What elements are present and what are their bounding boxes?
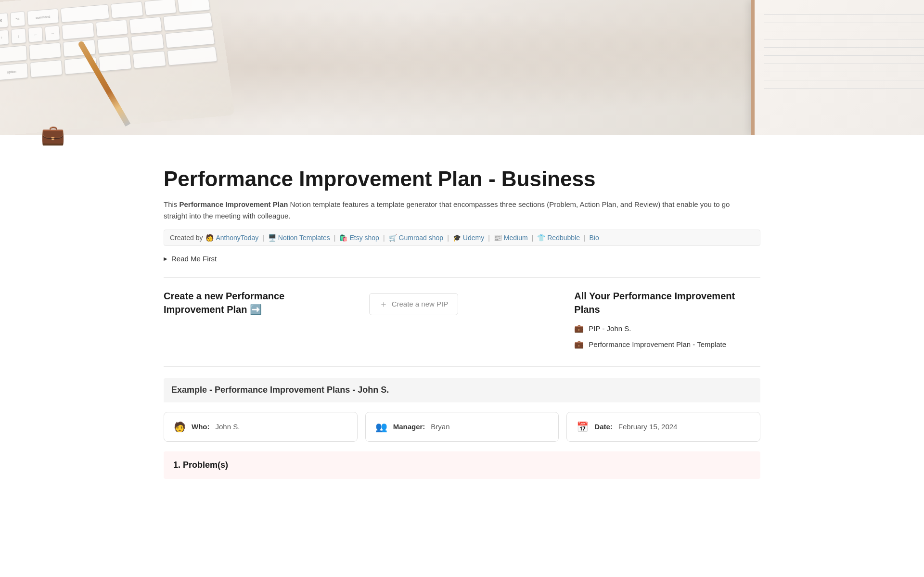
- etsy-icon: 🛍️: [339, 234, 347, 242]
- pip-list-item-2[interactable]: 💼 Performance Improvement Plan - Templat…: [574, 338, 760, 351]
- create-pip-button[interactable]: ＋ Create a new PIP: [369, 293, 459, 315]
- toggle-triangle-icon: ▶: [164, 256, 167, 261]
- pip-list: 💼 PIP - John S. 💼 Performance Improvemen…: [574, 322, 760, 351]
- pip-list-item-1-label: PIP - John S.: [589, 324, 631, 333]
- creator-link[interactable]: AnthonyToday: [216, 234, 258, 242]
- redbubble-icon: 👕: [537, 234, 545, 242]
- read-me-label: Read Me First: [171, 255, 217, 263]
- page-description: This Performance Improvement Plan Notion…: [164, 199, 741, 222]
- divider-1: [164, 277, 760, 278]
- pip-list-item-2-label: Performance Improvement Plan - Template: [589, 340, 726, 348]
- manager-card: 👥 Manager: Bryan: [365, 412, 559, 442]
- keyboard-decoration: ⌘ ⌥ command ↑ ↓ ← → option: [0, 0, 235, 135]
- page-icon: 💼: [38, 120, 67, 149]
- who-label: Who:: [192, 423, 209, 431]
- problem-section: 1. Problem(s): [164, 451, 760, 479]
- create-pip-section: Create a new Performance Improvement Pla…: [164, 289, 350, 322]
- hero-banner: ⌘ ⌥ command ↑ ↓ ← → option: [0, 0, 924, 135]
- notion-templates-link[interactable]: Notion Templates: [278, 234, 330, 242]
- page-title: Performance Improvement Plan - Business: [164, 167, 760, 192]
- pip-icon-1: 💼: [574, 324, 584, 333]
- info-cards: 🧑 Who: John S. 👥 Manager: Bryan 📅 Date: …: [164, 412, 760, 442]
- example-header: Example - Performance Improvement Plans …: [164, 378, 760, 402]
- who-icon: 🧑: [174, 421, 186, 433]
- three-col-section: Create a new Performance Improvement Pla…: [164, 289, 760, 351]
- problem-title: 1. Problem(s): [173, 460, 751, 470]
- pip-icon-2: 💼: [574, 340, 584, 349]
- date-icon: 📅: [577, 421, 589, 433]
- create-pip-button-col: ＋ Create a new PIP: [369, 289, 555, 315]
- udemy-link[interactable]: Udemy: [463, 234, 484, 242]
- creator-bar: Created by 🧑 AnthonyToday | 🖥️ Notion Te…: [164, 230, 760, 246]
- all-pips-heading: All Your Performance Improvement Plans: [574, 289, 760, 316]
- who-value: John S.: [215, 423, 240, 431]
- all-pips-section: All Your Performance Improvement Plans 💼…: [574, 289, 760, 351]
- udemy-icon: 🎓: [453, 234, 461, 242]
- notebook-decoration: [751, 0, 924, 135]
- date-value: February 15, 2024: [618, 423, 678, 431]
- example-section: Example - Performance Improvement Plans …: [164, 378, 760, 479]
- bio-link[interactable]: Bio: [590, 234, 599, 242]
- medium-icon: 📰: [494, 234, 502, 242]
- who-card: 🧑 Who: John S.: [164, 412, 358, 442]
- gumroad-icon: 🛒: [389, 234, 397, 242]
- etsy-link[interactable]: Etsy shop: [349, 234, 379, 242]
- pip-list-item-1[interactable]: 💼 PIP - John S.: [574, 322, 760, 335]
- create-section-heading: Create a new Performance Improvement Pla…: [164, 289, 350, 316]
- date-label: Date:: [594, 423, 613, 431]
- manager-icon: 👥: [375, 421, 387, 433]
- date-card: 📅 Date: February 15, 2024: [566, 412, 760, 442]
- create-pip-button-label: Create a new PIP: [392, 300, 449, 308]
- read-me-toggle[interactable]: ▶ Read Me First: [164, 252, 760, 266]
- gumroad-link[interactable]: Gumroad shop: [399, 234, 444, 242]
- created-by-label: Created by: [170, 234, 203, 242]
- medium-link[interactable]: Medium: [504, 234, 528, 242]
- manager-label: Manager:: [393, 423, 425, 431]
- redbubble-link[interactable]: Redbubble: [547, 234, 580, 242]
- notion-templates-icon: 🖥️: [268, 234, 276, 242]
- manager-value: Bryan: [431, 423, 449, 431]
- plus-icon: ＋: [379, 298, 388, 310]
- main-content: Performance Improvement Plan - Business …: [125, 149, 799, 498]
- divider-2: [164, 366, 760, 367]
- creator-emoji-icon: 🧑: [205, 234, 214, 242]
